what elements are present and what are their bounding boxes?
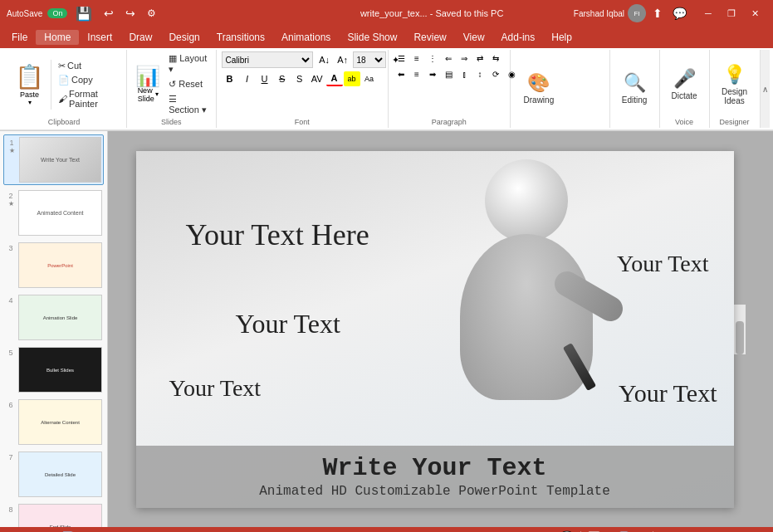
slide-text-4[interactable]: Your Text	[169, 375, 262, 402]
close-button[interactable]: ✕	[743, 2, 766, 25]
font-size-decrease[interactable]: A↓	[316, 52, 333, 67]
autosave-toggle[interactable]: On	[47, 8, 67, 18]
slide-thumb-3[interactable]: 3 ★ PowerPoint	[3, 241, 104, 290]
thumb-img-2: Animated Content	[18, 190, 102, 236]
menu-file[interactable]: File	[3, 30, 36, 45]
slide-canvas[interactable]: Your Text Here Your Text Your Text Your …	[136, 151, 734, 508]
reset-button[interactable]: ↺ Reset	[165, 77, 210, 91]
window-controls: ─ ❐ ✕	[697, 2, 766, 25]
thumb-img-3: PowerPoint	[18, 242, 102, 288]
font-name-select[interactable]: Calibri	[222, 51, 313, 68]
align-justify-btn[interactable]: ▤	[441, 67, 456, 81]
format-painter-button[interactable]: 🖌 Format Painter	[55, 87, 118, 110]
slide-subtitle[interactable]: Animated HD Customizable PowerPoint Temp…	[259, 484, 609, 499]
menu-slideshow[interactable]: Slide Show	[339, 30, 405, 45]
comments-icon[interactable]: 💬	[669, 5, 690, 22]
figure-head	[485, 159, 568, 242]
indent-decrease-btn[interactable]: ⇐	[441, 51, 456, 65]
menu-transitions[interactable]: Transitions	[208, 30, 273, 45]
editing-button[interactable]: 🔍 Editing	[615, 67, 654, 110]
paragraph-content: ☰ ≡ ⋮ ⇐ ⇒ ⇄ ⇆ ⬅ ≡ ➡ ▤ ⫿ ↕ ⟳ ◉	[394, 51, 504, 117]
share-icon[interactable]: ⬆	[649, 5, 666, 22]
new-slide-button[interactable]: 📊 New Slide ▾	[132, 65, 164, 105]
restore-button[interactable]: ❐	[720, 2, 743, 25]
dictate-button[interactable]: 🎤 Dictate	[665, 63, 704, 105]
menu-home[interactable]: Home	[36, 30, 79, 45]
canvas-area[interactable]: Your Text Here Your Text Your Text Your …	[108, 131, 773, 527]
slide-thumb-7[interactable]: 7 ★ Detailed Slide	[3, 450, 104, 499]
slide-thumb-5[interactable]: 5 ★ Bullet Slides	[3, 345, 104, 394]
font-size-select[interactable]: 18	[353, 51, 386, 68]
toolbar-extra-icon[interactable]: ⚙	[144, 6, 159, 21]
underline-button[interactable]: U	[257, 71, 273, 86]
avatar[interactable]: FI	[628, 4, 646, 22]
menu-animations[interactable]: Animations	[273, 30, 339, 45]
star-7: ★	[8, 461, 14, 469]
drawing-button[interactable]: 🎨 Drawing	[516, 67, 563, 110]
align-right-btn[interactable]: ➡	[425, 67, 440, 81]
save-icon[interactable]: 💾	[72, 4, 95, 23]
minimize-button[interactable]: ─	[697, 2, 720, 25]
slide-thumb-6[interactable]: 6 ★ Alternate Content	[3, 398, 104, 447]
title-bar: AutoSave On 💾 ↩ ↪ ⚙ write_your_tex... - …	[0, 0, 773, 27]
menu-review[interactable]: Review	[405, 30, 454, 45]
font-content: Calibri A↓ A↑ 18 ✦ B I U S S AV A	[222, 51, 383, 117]
paste-button[interactable]: 📋 Paste ▾	[8, 60, 51, 110]
section-button[interactable]: ☰ Section ▾	[165, 92, 210, 117]
menu-insert[interactable]: Insert	[79, 30, 120, 45]
editing-label: Editing	[622, 95, 648, 105]
design-ideas-icon: 💡	[723, 64, 746, 85]
slide-thumb-4[interactable]: 4 ★ Animation Slide	[3, 293, 104, 342]
font-size-increase[interactable]: A↑	[335, 52, 351, 67]
italic-button[interactable]: I	[239, 71, 256, 86]
bold-button[interactable]: B	[222, 71, 238, 86]
align-left-btn[interactable]: ⬅	[394, 67, 409, 81]
shadow-button[interactable]: S	[291, 71, 308, 86]
clipboard-group: 📋 Paste ▾ ✂ Cut 📄 Copy 🖌 Format Painter …	[3, 50, 127, 128]
font-highlight-btn[interactable]: ab	[344, 71, 360, 86]
cut-button[interactable]: ✂ Cut	[55, 59, 118, 73]
font-group: Calibri A↓ A↑ 18 ✦ B I U S S AV A	[217, 50, 389, 128]
canvas-scrollbar[interactable]	[734, 305, 746, 354]
font-color-btn[interactable]: A	[326, 71, 343, 86]
char-space-button[interactable]: AV	[309, 71, 325, 86]
copy-button[interactable]: 📄 Copy	[55, 73, 118, 87]
slide-thumb-8[interactable]: 8 ★ End Slide	[3, 502, 104, 527]
scroll-thumb[interactable]	[736, 321, 744, 354]
slide-thumb-2[interactable]: 2 ★ Animated Content	[3, 188, 104, 237]
font-row2: B I U S S AV A ab Aa	[222, 71, 378, 86]
redo-icon[interactable]: ↪	[122, 5, 139, 22]
new-slide-label: New Slide ▾	[138, 86, 159, 103]
indent-increase-btn[interactable]: ⇒	[457, 51, 472, 65]
menu-view[interactable]: View	[455, 30, 493, 45]
paste-dropdown-icon[interactable]: ▾	[28, 99, 32, 106]
design-ideas-label: Design Ideas	[722, 87, 747, 105]
menu-draw[interactable]: Draw	[120, 30, 160, 45]
undo-icon[interactable]: ↩	[100, 5, 117, 22]
columns-btn[interactable]: ⫿	[457, 67, 472, 81]
bullet-list-btn[interactable]: ☰	[394, 51, 409, 65]
slide-main-title[interactable]: Write Your Text	[322, 454, 546, 482]
line-spacing-btn[interactable]: ↕	[472, 67, 487, 81]
menu-help[interactable]: Help	[543, 30, 580, 45]
ltr-btn[interactable]: ⇆	[488, 51, 503, 65]
menu-addins[interactable]: Add-ins	[493, 30, 544, 45]
new-slide-dropdown[interactable]: ▾	[155, 90, 159, 98]
star-2: ★	[8, 200, 14, 207]
strikethrough-button[interactable]: S	[274, 71, 291, 86]
rtl-btn[interactable]: ⇄	[472, 51, 487, 65]
text-direction-btn[interactable]: ⟳	[488, 67, 503, 81]
numbered-list-btn[interactable]: ≡	[409, 51, 424, 65]
slide-thumb-1[interactable]: 1 ★ Write Your Text	[3, 134, 104, 185]
outline-btn[interactable]: ⋮	[425, 51, 440, 65]
design-ideas-button[interactable]: 💡 Design Ideas	[715, 59, 755, 110]
voice-group: 🎤 Dictate Voice	[660, 50, 710, 128]
ribbon-content: 📋 Paste ▾ ✂ Cut 📄 Copy 🖌 Format Painter …	[0, 48, 773, 130]
dictate-icon: 🎤	[673, 68, 696, 90]
align-center-btn[interactable]: ≡	[409, 67, 424, 81]
layout-button[interactable]: ▦ Layout ▾	[165, 51, 210, 76]
ribbon-collapse-button[interactable]: ∧	[760, 50, 770, 128]
slide-text-3[interactable]: Your Text	[236, 309, 340, 339]
menu-design[interactable]: Design	[160, 30, 208, 45]
slide-text-1[interactable]: Your Text Here	[186, 217, 369, 252]
